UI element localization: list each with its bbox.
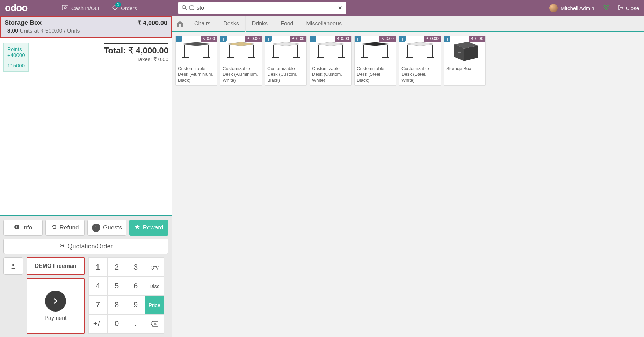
star-icon	[135, 224, 140, 232]
info-icon[interactable]: i	[444, 36, 450, 42]
svg-rect-27	[361, 57, 368, 58]
search-box[interactable]: ✕	[178, 2, 346, 14]
svg-rect-31	[406, 57, 413, 58]
search-input[interactable]	[197, 5, 336, 11]
svg-rect-25	[363, 45, 364, 58]
numpad-price[interactable]: Price	[145, 295, 164, 314]
numpad-disc[interactable]: Disc	[145, 277, 164, 295]
svg-point-2	[182, 5, 185, 8]
home-button[interactable]	[172, 16, 188, 32]
order-line-qty: 8.00	[7, 28, 18, 34]
svg-rect-13	[229, 45, 230, 58]
info-icon[interactable]: i	[355, 36, 361, 42]
customer-icon-button[interactable]	[3, 257, 23, 275]
close-button[interactable]: Close	[613, 5, 644, 12]
numpad-2[interactable]: 2	[107, 258, 126, 277]
info-label: Info	[22, 224, 32, 231]
product-image	[403, 39, 437, 61]
orders-label: Orders	[121, 5, 137, 11]
payment-label: Payment	[44, 315, 66, 321]
numpad-3[interactable]: 3	[126, 258, 145, 277]
product-panel: ChairsDesksDrinksFoodMiscellaneous i₹ 0.…	[172, 16, 644, 337]
numpad-backspace[interactable]	[145, 314, 164, 333]
refund-button[interactable]: Refund	[45, 220, 85, 236]
svg-rect-11	[182, 57, 189, 58]
info-icon[interactable]: i	[399, 36, 406, 42]
info-icon[interactable]: i	[176, 36, 182, 42]
wifi-icon	[599, 5, 613, 12]
price-tag: ₹ 0.00	[379, 36, 396, 42]
order-line-price: ₹ 4,000.00	[137, 19, 167, 27]
backspace-icon	[151, 321, 158, 327]
orders-button[interactable]: 1 Orders	[106, 0, 143, 16]
reward-button[interactable]: Reward	[129, 220, 168, 236]
numpad-7[interactable]: 7	[88, 295, 107, 314]
category-tab-miscellaneous[interactable]: Miscellaneous	[300, 16, 348, 32]
product-card[interactable]: i₹ 0.00Customizable Desk (Steel, White)	[399, 36, 441, 86]
svg-rect-33	[458, 52, 461, 53]
svg-rect-14	[253, 45, 254, 58]
info-icon[interactable]: i	[220, 36, 227, 42]
chevron-right-icon	[45, 291, 66, 312]
price-tag: ₹ 0.00	[424, 36, 441, 42]
numpad-0[interactable]: 0	[107, 314, 126, 333]
category-tab-desks[interactable]: Desks	[217, 16, 245, 32]
numpad-1[interactable]: 1	[88, 258, 107, 277]
product-card[interactable]: i₹ 0.00Storage Box	[444, 36, 486, 86]
info-icon[interactable]: i	[265, 36, 272, 42]
svg-rect-9	[184, 45, 185, 58]
customer-name-button[interactable]: DEMO Freeman	[27, 257, 85, 275]
logo[interactable]: odoo	[0, 0, 56, 16]
payment-button[interactable]: Payment	[27, 278, 85, 334]
numpad-dot[interactable]: .	[126, 314, 145, 333]
undo-icon	[51, 224, 57, 232]
svg-line-3	[185, 8, 187, 10]
category-tab-food[interactable]: Food	[274, 16, 300, 32]
svg-rect-18	[297, 45, 298, 58]
category-bar: ChairsDesksDrinksFoodMiscellaneous	[172, 16, 644, 32]
numpad-plusminus[interactable]: +/-	[88, 314, 107, 333]
info-icon[interactable]: i	[310, 36, 316, 42]
product-card[interactable]: i₹ 0.00Customizable Desk (Aluminium, Bla…	[175, 36, 217, 86]
numpad-8[interactable]: 8	[107, 295, 126, 314]
points-total: 115000	[7, 63, 25, 68]
numpad-qty[interactable]: Qty	[145, 258, 164, 277]
guests-count: 1	[92, 224, 100, 232]
svg-rect-26	[387, 45, 388, 58]
svg-rect-32	[427, 57, 434, 58]
guests-label: Guests	[103, 224, 122, 231]
product-card[interactable]: i₹ 0.00Customizable Desk (Custom, White)	[310, 36, 352, 86]
product-card[interactable]: i₹ 0.00Customizable Desk (Aluminium, Whi…	[220, 36, 262, 86]
clear-search-icon[interactable]: ✕	[338, 5, 342, 11]
avatar	[549, 4, 558, 12]
price-tag: ₹ 0.00	[290, 36, 306, 42]
product-name: Storage Box	[444, 65, 485, 74]
numpad-5[interactable]: 5	[107, 277, 126, 295]
user-menu[interactable]: Mitchell Admin	[544, 4, 599, 12]
svg-point-8	[12, 264, 14, 266]
info-button[interactable]: i Info	[3, 220, 43, 236]
quotation-button[interactable]: Quotation/Order	[3, 239, 168, 254]
reward-label: Reward	[143, 224, 164, 231]
numpad-9[interactable]: 9	[126, 295, 145, 314]
home-icon	[176, 21, 183, 27]
svg-rect-0	[62, 5, 68, 10]
product-card[interactable]: i₹ 0.00Customizable Desk (Custom, Black)	[265, 36, 307, 86]
product-card[interactable]: i₹ 0.00Customizable Desk (Steel, Black)	[354, 36, 396, 86]
order-line-name: Storage Box	[5, 19, 42, 27]
numpad-4[interactable]: 4	[88, 277, 107, 295]
order-line[interactable]: Storage Box ₹ 4,000.00 8.00 Units at ₹ 5…	[0, 16, 172, 38]
svg-rect-23	[317, 57, 324, 58]
category-tab-chairs[interactable]: Chairs	[188, 16, 217, 32]
cash-in-out-button[interactable]: Cash In/Out	[56, 0, 106, 16]
guests-button[interactable]: 1 Guests	[87, 220, 126, 236]
product-image	[358, 39, 393, 61]
svg-rect-29	[407, 45, 408, 58]
order-line-unit-text: Units at ₹ 500.00 / Units	[20, 28, 80, 34]
category-tab-drinks[interactable]: Drinks	[246, 16, 274, 32]
svg-rect-12	[203, 57, 210, 58]
numpad-6[interactable]: 6	[126, 277, 145, 295]
cash-icon	[62, 5, 68, 11]
points-earned: +40000	[7, 52, 25, 60]
svg-rect-22	[342, 45, 343, 58]
